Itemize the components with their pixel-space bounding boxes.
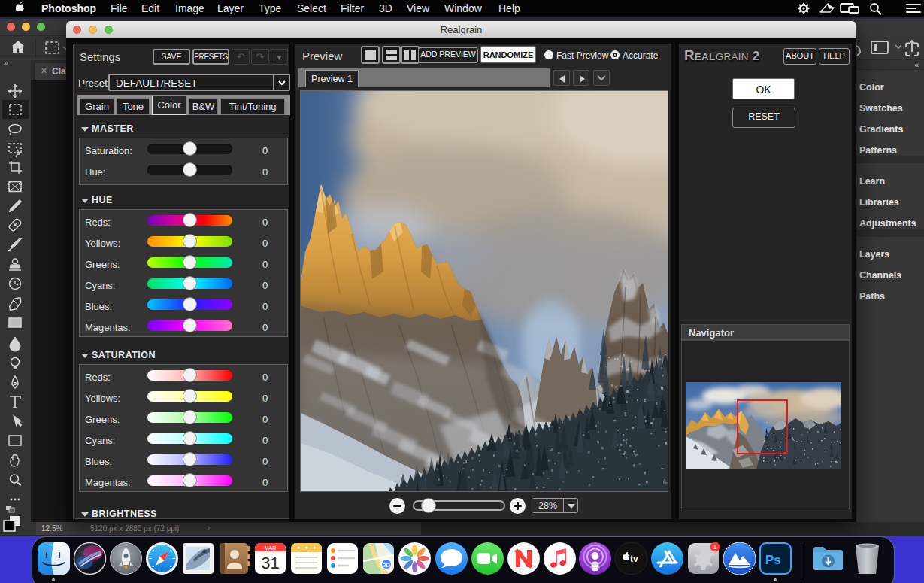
svg-text:MAR: MAR xyxy=(265,545,277,551)
svg-text:3D: 3D xyxy=(383,562,390,569)
svg-text:Ps: Ps xyxy=(765,553,781,567)
svg-text:31: 31 xyxy=(261,554,279,572)
svg-text:1: 1 xyxy=(713,543,716,551)
svg-text:tv: tv xyxy=(630,554,638,564)
